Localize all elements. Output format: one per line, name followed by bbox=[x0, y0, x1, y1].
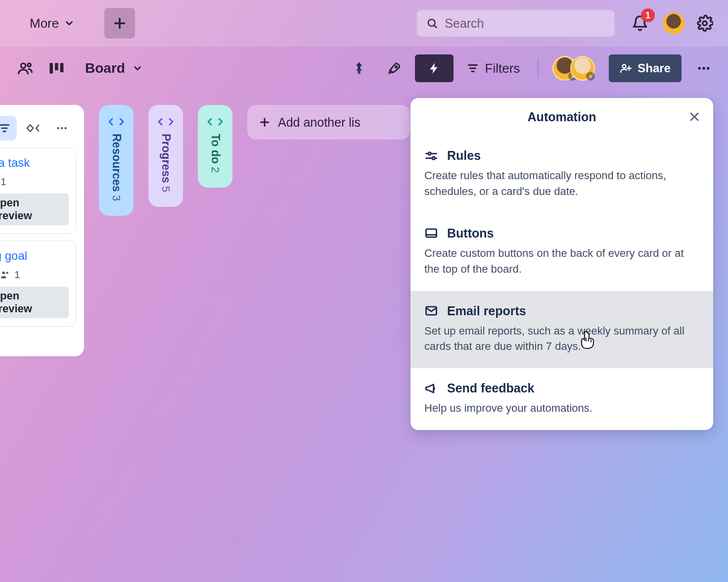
people-icon bbox=[0, 269, 10, 280]
item-desc: Set up email reports, such as a weekly s… bbox=[424, 323, 699, 355]
automation-popover: Automation Rules Create rules that autom… bbox=[410, 98, 713, 430]
search-input[interactable] bbox=[445, 16, 605, 31]
item-title: Rules bbox=[447, 148, 481, 163]
account-avatar[interactable] bbox=[663, 12, 684, 34]
workspace-button[interactable] bbox=[12, 55, 39, 82]
list-name: Resources bbox=[110, 134, 123, 192]
separator bbox=[538, 58, 539, 78]
popover-close-button[interactable] bbox=[684, 107, 704, 127]
card[interactable]: big goal 1 Open preview bbox=[0, 241, 76, 327]
svg-point-17 bbox=[698, 67, 701, 70]
card-title: st a task bbox=[0, 156, 69, 170]
automation-item-rules[interactable]: Rules Create rules that automatically re… bbox=[410, 136, 713, 213]
svg-point-10 bbox=[395, 66, 397, 67]
svg-line-3 bbox=[434, 25, 437, 28]
share-person-icon bbox=[620, 62, 632, 74]
notification-badge: 1 bbox=[641, 8, 655, 22]
svg-point-18 bbox=[702, 67, 705, 70]
automation-item-email-reports[interactable]: Email reports Set up email reports, such… bbox=[410, 291, 713, 369]
list-footer-hint: sts bbox=[0, 334, 76, 346]
notifications-button[interactable]: 1 bbox=[629, 12, 651, 34]
list-name: Progress bbox=[159, 134, 173, 183]
close-icon bbox=[688, 111, 700, 123]
collapsed-list[interactable]: To do 2 bbox=[198, 105, 232, 188]
svg-point-23 bbox=[57, 127, 59, 129]
svg-point-31 bbox=[2, 272, 5, 275]
member-avatar[interactable]: » bbox=[570, 56, 595, 81]
open-preview-chip[interactable]: Open preview bbox=[0, 194, 69, 225]
list-count: 2 bbox=[209, 167, 222, 173]
list-filter-button[interactable] bbox=[0, 116, 17, 141]
expand-icon bbox=[157, 117, 175, 127]
svg-rect-7 bbox=[49, 63, 53, 73]
search-icon bbox=[426, 17, 438, 30]
filters-label: Filters bbox=[485, 61, 520, 76]
list-count: 3 bbox=[110, 195, 123, 201]
settings-button[interactable] bbox=[696, 15, 713, 32]
more-label: More bbox=[30, 16, 59, 31]
view-switch-button[interactable] bbox=[44, 55, 70, 82]
megaphone-icon bbox=[424, 382, 438, 395]
dots-horizontal-icon bbox=[55, 122, 68, 135]
expand-icon bbox=[206, 117, 224, 127]
popover-title: Automation bbox=[410, 98, 713, 136]
people-icon bbox=[17, 60, 33, 76]
item-title: Email reports bbox=[447, 304, 526, 318]
automation-item-buttons[interactable]: Buttons Create custom buttons on the bac… bbox=[410, 213, 713, 291]
svg-point-14 bbox=[623, 65, 626, 68]
add-list-button[interactable]: Add another lis bbox=[247, 105, 410, 140]
share-button[interactable]: Share bbox=[609, 54, 682, 82]
plus-icon bbox=[258, 116, 271, 129]
filter-icon bbox=[0, 122, 11, 135]
filters-button[interactable]: Filters bbox=[458, 61, 528, 76]
list-column: st a task 1 Open preview big goal 1 Open… bbox=[0, 105, 84, 356]
button-icon bbox=[424, 226, 438, 240]
svg-point-5 bbox=[21, 63, 25, 68]
list-more-button[interactable] bbox=[49, 116, 74, 141]
item-desc: Create rules that automatically respond … bbox=[424, 168, 699, 199]
item-title: Send feedback bbox=[447, 381, 534, 395]
card-members-count: 1 bbox=[0, 176, 69, 188]
board-more-button[interactable] bbox=[691, 56, 716, 81]
board-icon bbox=[49, 62, 65, 75]
search-box[interactable] bbox=[416, 9, 615, 37]
mail-icon bbox=[424, 304, 438, 318]
create-button[interactable] bbox=[104, 8, 135, 39]
board-view-label: Board bbox=[85, 60, 125, 76]
bolt-icon bbox=[428, 62, 441, 75]
top-nav: More 1 bbox=[0, 0, 728, 47]
item-desc: Help us improve your automations. bbox=[424, 400, 699, 416]
list-count: 5 bbox=[159, 186, 172, 192]
list-collapse-button[interactable] bbox=[21, 116, 46, 141]
svg-point-24 bbox=[61, 127, 63, 129]
card[interactable]: st a task 1 Open preview bbox=[0, 147, 76, 234]
open-preview-chip[interactable]: Open preview bbox=[0, 287, 69, 318]
automation-item-feedback[interactable]: Send feedback Help us improve your autom… bbox=[410, 368, 713, 430]
svg-point-40 bbox=[432, 156, 435, 159]
board-members[interactable]: » » bbox=[552, 56, 595, 81]
automation-button[interactable] bbox=[415, 54, 454, 82]
list-name: To do bbox=[209, 134, 222, 164]
collapsed-list[interactable]: Progress 5 bbox=[148, 105, 183, 207]
gear-icon bbox=[696, 15, 713, 32]
powerup-button[interactable] bbox=[344, 54, 374, 82]
sliders-icon bbox=[424, 149, 438, 163]
board-view-selector[interactable]: Board bbox=[78, 55, 150, 81]
dots-horizontal-icon bbox=[696, 61, 711, 76]
plus-icon bbox=[112, 15, 128, 31]
filter-icon bbox=[466, 62, 479, 75]
rocket-icon bbox=[387, 61, 402, 76]
arrow-up-stack-icon bbox=[352, 61, 366, 76]
expand-icon bbox=[107, 117, 125, 127]
svg-point-25 bbox=[64, 127, 66, 129]
chevron-down-icon bbox=[132, 63, 143, 74]
add-list-label: Add another lis bbox=[278, 115, 361, 130]
more-menu-button[interactable]: More bbox=[20, 11, 85, 36]
card-members-count: 1 bbox=[0, 269, 69, 281]
item-title: Buttons bbox=[447, 226, 494, 241]
collapsed-list[interactable]: Resources 3 bbox=[99, 105, 134, 216]
share-label: Share bbox=[637, 61, 671, 75]
rocket-button[interactable] bbox=[379, 54, 410, 82]
board-toolbar: Board Filters » » Share bbox=[0, 47, 728, 90]
svg-rect-9 bbox=[60, 63, 64, 72]
